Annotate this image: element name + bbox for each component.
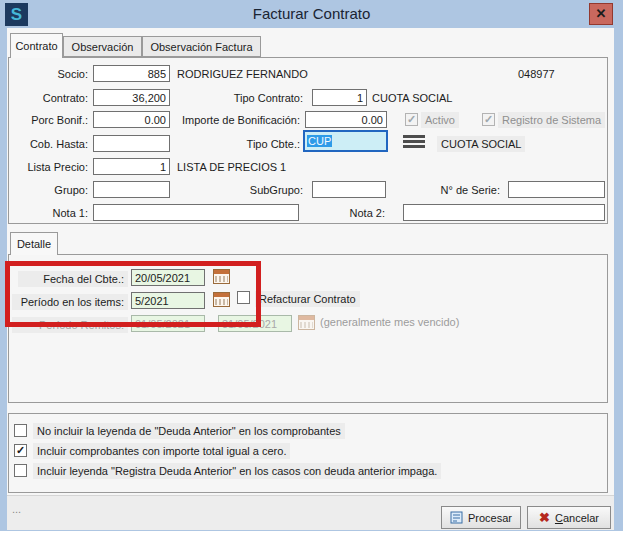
titlebar[interactable]: S Facturar Contrato ✕ — [0, 0, 623, 28]
serie-label: N° de Serie: — [420, 182, 500, 198]
cob-hasta-input[interactable] — [93, 135, 170, 152]
grupo-input[interactable] — [93, 181, 170, 198]
cancelar-label: Cancelar — [555, 512, 599, 524]
fecha-cbte-input[interactable] — [131, 269, 205, 286]
option-incluir-leyenda-registra-label: Incluir leyenda "Registra Deuda Anterior… — [33, 463, 441, 479]
activo-checkbox: ✓ — [405, 113, 418, 126]
subgrupo-label: SubGrupo: — [200, 182, 303, 198]
periodo-remitos-label: Período Remitos: — [12, 317, 128, 333]
socio-label: Socio: — [8, 66, 88, 82]
check-icon: ✓ — [407, 113, 416, 125]
option-incluir-cero-checkbox[interactable]: ✓ — [14, 444, 27, 457]
tipo-contrato-input[interactable] — [312, 89, 367, 106]
fecha-cbte-label: Fecha del Cbte.: — [18, 271, 128, 287]
close-button[interactable]: ✕ — [589, 3, 613, 25]
registro-sistema-label: Registro de Sistema — [498, 112, 605, 128]
check-icon: ✓ — [484, 113, 493, 125]
status-text: ... — [12, 503, 21, 515]
facturar-contrato-dialog: S Facturar Contrato ✕ Contrato Observaci… — [0, 0, 623, 531]
tipo-cbte-desc: CUOTA SOCIAL — [437, 136, 525, 152]
selected-text: CUP — [307, 135, 332, 147]
option-no-incluir-leyenda-checkbox[interactable] — [14, 424, 27, 437]
tab-detalle[interactable]: Detalle — [10, 232, 58, 255]
serie-input[interactable] — [508, 181, 605, 198]
calendar-icon[interactable] — [213, 292, 230, 307]
procesar-icon — [450, 511, 463, 524]
activo-label: Activo — [421, 112, 459, 128]
grupo-label: Grupo: — [8, 182, 88, 198]
contrato-input[interactable] — [93, 89, 170, 106]
calendar-icon — [298, 315, 315, 330]
check-icon: ✓ — [16, 444, 25, 456]
tab-observacion[interactable]: Observación — [63, 36, 142, 57]
socio-name: RODRIGUEZ FERNANDO — [177, 66, 308, 82]
registro-sistema-checkbox: ✓ — [482, 113, 495, 126]
tab-contrato[interactable]: Contrato — [10, 33, 63, 58]
importe-bonif-input[interactable] — [305, 111, 387, 128]
contrato-label: Contrato: — [8, 90, 88, 106]
option-incluir-cero-label: Incluir comprobantes con importe total i… — [33, 443, 290, 459]
nota1-label: Nota 1: — [8, 205, 88, 221]
periodo-items-input[interactable] — [131, 292, 205, 309]
dialog-title: Facturar Contrato — [0, 5, 623, 22]
socio-code: 048977 — [518, 66, 555, 82]
refacturar-label: Refacturar Contrato — [255, 291, 360, 307]
option-incluir-leyenda-registra-checkbox[interactable] — [14, 464, 27, 477]
tipo-contrato-label: Tipo Contrato: — [200, 90, 303, 106]
procesar-label: Procesar — [468, 512, 512, 524]
footer-bar — [7, 495, 614, 530]
lista-precio-label: Lista Precio: — [8, 159, 88, 175]
subgrupo-input[interactable] — [312, 181, 386, 198]
menu-icon[interactable] — [403, 135, 425, 148]
nota2-input[interactable] — [403, 204, 605, 221]
close-icon: ✕ — [596, 6, 607, 21]
tipo-cbte-input[interactable]: CUP — [303, 130, 388, 152]
tipo-contrato-desc: CUOTA SOCIAL — [372, 90, 452, 106]
socio-input[interactable] — [93, 65, 170, 82]
calendar-icon[interactable] — [213, 269, 230, 284]
option-no-incluir-leyenda-label: No incluir la leyenda de "Deuda Anterior… — [33, 423, 345, 439]
periodo-items-label: Período en los items: — [12, 294, 128, 310]
cob-hasta-label: Cob. Hasta: — [8, 136, 88, 152]
periodo-remitos-to-input — [218, 315, 292, 332]
refacturar-checkbox[interactable] — [237, 291, 250, 304]
porc-bonif-label: Porc Bonif.: — [8, 112, 88, 128]
cancel-x-icon: ✖ — [539, 511, 550, 524]
tab-observacion-factura[interactable]: Observación Factura — [142, 36, 261, 57]
procesar-button[interactable]: Procesar — [441, 506, 521, 529]
periodo-remitos-hint: (generalmente mes vencido) — [320, 316, 459, 328]
cancelar-button[interactable]: ✖ Cancelar — [527, 506, 611, 529]
importe-bonif-label: Importe de Bonificación: — [150, 112, 300, 128]
lista-precio-input[interactable] — [93, 158, 170, 175]
nota1-input[interactable] — [93, 204, 299, 221]
lista-precio-desc: LISTA DE PRECIOS 1 — [177, 159, 286, 175]
tipo-cbte-label: Tipo Cbte.: — [200, 136, 300, 152]
periodo-remitos-from-input — [131, 315, 205, 332]
nota2-label: Nota 2: — [330, 205, 385, 221]
